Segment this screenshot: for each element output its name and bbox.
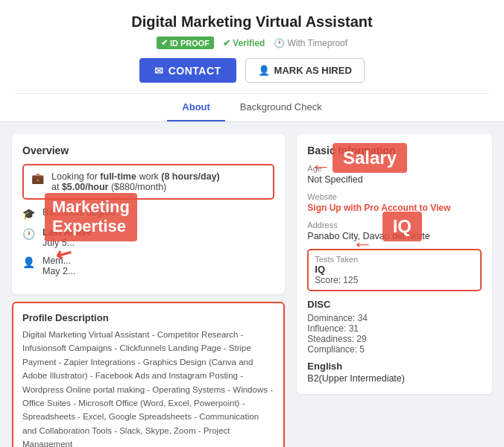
english-section: English B2(Upper Intermediate) <box>307 361 482 384</box>
website-label: Website <box>307 192 482 201</box>
member-item: 👤 Mem... May 2... <box>22 256 274 276</box>
disc-dominance: Dominance: 34 <box>307 313 482 323</box>
verified-badge: ✔ Verified <box>223 38 265 48</box>
graduation-icon: 🎓 <box>22 208 35 220</box>
profile-description-card: Profile Description Digital Marketing Vi… <box>12 302 285 447</box>
briefcase-icon: 💼 <box>31 172 44 184</box>
tab-about[interactable]: About <box>167 94 225 121</box>
age-row: Age Not Specified <box>307 164 482 185</box>
address-label: Address <box>307 221 482 229</box>
tab-background-check[interactable]: Background Check <box>225 94 337 121</box>
website-row: Website Sign Up with Pro Account to View <box>307 192 482 213</box>
envelope-icon: ✉ <box>154 65 164 77</box>
basic-info-title: Basic Information <box>307 145 482 156</box>
tests-box: Tests Taken IQ Score: 125 <box>307 249 482 291</box>
idproof-badge: ✔ ID PROOF <box>157 37 214 49</box>
disc-steadiness: Steadiness: 29 <box>307 334 482 344</box>
age-value: Not Specified <box>307 174 482 185</box>
check-icon: ✔ <box>223 38 230 48</box>
left-column: Overview 💼 Looking for full-time work (8… <box>12 134 285 447</box>
disc-title: DISC <box>307 299 482 310</box>
page-title: Digital Marketing Virtual Assistant <box>15 13 489 31</box>
disc-compliance: Compliance: 5 <box>307 344 482 355</box>
page-header: Digital Marketing Virtual Assistant ✔ ID… <box>0 0 504 122</box>
website-value[interactable]: Sign Up with Pro Account to View <box>307 203 482 213</box>
tests-score: Score: 125 <box>315 275 474 285</box>
tests-title: IQ <box>315 264 474 275</box>
age-label: Age <box>307 164 482 173</box>
timeproof-badge: 🕐 With Timeproof <box>274 38 347 48</box>
person-icon: 👤 <box>258 65 270 76</box>
clock-icon: 🕐 <box>274 38 285 48</box>
member-text: Mem... May 2... <box>42 256 75 276</box>
disc-section: DISC Dominance: 34 Influence: 31 Steadin… <box>307 299 482 355</box>
clock2-icon: 🕐 <box>22 228 35 240</box>
profile-description-title: Profile Description <box>22 312 274 323</box>
profile-description-text: Digital Marketing Virtual Assistant - Co… <box>22 328 274 447</box>
basic-info-card: Basic Information Age Not Specified Webs… <box>297 134 492 394</box>
education-text: Bachelors degree <box>42 207 116 218</box>
badges-row: ✔ ID PROOF ✔ Verified 🕐 With Timeproof <box>15 37 489 49</box>
tests-row: Tests Taken IQ Score: 125 <box>307 249 482 291</box>
overview-title: Overview <box>22 145 274 156</box>
tests-label: Tests Taken <box>315 255 474 264</box>
disc-influence: Influence: 31 <box>307 323 482 334</box>
english-value: B2(Upper Intermediate) <box>307 373 482 384</box>
right-column: Basic Information Age Not Specified Webs… <box>297 134 492 447</box>
tabs-row: About Background Check <box>15 93 489 121</box>
english-title: English <box>307 361 482 372</box>
action-buttons: ✉ CONTACT 👤 MARK AS HIRED <box>15 58 489 83</box>
person2-icon: 👤 <box>22 256 35 268</box>
salary-item: 💼 Looking for full-time work (8 hours/da… <box>22 164 274 200</box>
contact-button[interactable]: ✉ CONTACT <box>139 58 236 83</box>
education-item: 🎓 Bachelors degree <box>22 207 274 220</box>
last-active-text: Last Active July 5... <box>42 227 92 248</box>
address-value: Panabo City, Davao del Norte <box>307 231 482 241</box>
address-row: Address Panabo City, Davao del Norte <box>307 221 482 241</box>
salary-text: Looking for full-time work (8 hours/day)… <box>51 171 220 192</box>
overview-card: Overview 💼 Looking for full-time work (8… <box>12 134 285 294</box>
content-area: Salary ← IQ ← MarketingExpertise ↙ Overv… <box>0 122 504 447</box>
last-active-item: 🕐 Last Active July 5... <box>22 227 274 248</box>
mark-as-hired-button[interactable]: 👤 MARK AS HIRED <box>245 58 365 83</box>
idproof-icon: ✔ <box>161 38 168 48</box>
